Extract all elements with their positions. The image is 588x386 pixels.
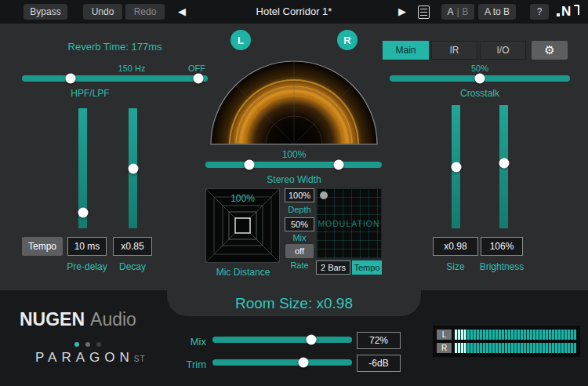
hpf-handle[interactable]	[65, 74, 75, 84]
mix-label: Mix	[161, 336, 206, 348]
size-slider[interactable]	[452, 105, 460, 228]
product-label: PARAGON	[35, 350, 134, 365]
product-suffix: ST	[134, 355, 146, 363]
stereo-width-label: Stereo Width	[247, 174, 341, 185]
next-preset-icon[interactable]: ▶	[398, 5, 406, 17]
trim-handle[interactable]	[298, 358, 308, 368]
meter-left-peak	[455, 330, 466, 340]
modulation-pad[interactable]: MODULATION	[316, 188, 382, 259]
mod-depth-value-box[interactable]: 100%	[285, 188, 314, 202]
mic-distance-label: Mic Distance	[204, 267, 282, 278]
logo-letter: N	[561, 3, 571, 20]
predelay-handle[interactable]	[78, 208, 88, 218]
trim-value-box[interactable]: -6dB	[357, 355, 401, 372]
meter-right-peak	[455, 343, 466, 353]
lpf-value-label: OFF	[180, 64, 214, 73]
brand-name-light: Audio	[90, 309, 136, 330]
brightness-value-box[interactable]: 106%	[481, 237, 523, 256]
logo-bracket-icon	[574, 5, 579, 15]
crosstalk-label: Crosstalk	[441, 88, 519, 99]
stereo-width-slider[interactable]	[205, 162, 382, 168]
decay-handle[interactable]	[128, 163, 138, 173]
modulation-handle[interactable]	[320, 191, 328, 199]
stereo-width-value: 100%	[270, 149, 318, 160]
product-name: PARAGONST	[35, 350, 146, 366]
brand-wordmark: NUGENAudio	[20, 309, 136, 330]
reverb-time-readout: Reverb Time: 177ms	[22, 41, 208, 53]
size-value-box[interactable]: x0.98	[433, 237, 478, 256]
mod-rate-button[interactable]: off	[285, 244, 314, 258]
filter-slider[interactable]	[22, 75, 208, 82]
redo-button[interactable]: Redo	[125, 4, 165, 20]
predelay-label: Pre-delay	[58, 261, 116, 272]
modulation-watermark: MODULATION	[317, 219, 381, 228]
trim-label: Trim	[161, 359, 206, 370]
mod-rate-label: Rate	[283, 260, 316, 270]
top-bar: Bypass Undo Redo ◀ Hotel Corridor 1* ▶ A…	[0, 0, 588, 24]
brightness-label: Brightness	[474, 261, 529, 272]
meter-right-label: R	[437, 343, 452, 353]
stereo-width-right-handle[interactable]	[333, 160, 343, 170]
hpf-value-label: 150 Hz	[102, 64, 162, 73]
ab-b-label: B	[463, 6, 469, 17]
undo-button[interactable]: Undo	[83, 4, 122, 20]
crosstalk-slider[interactable]	[390, 75, 570, 82]
crosstalk-handle[interactable]	[475, 74, 485, 84]
tab-io[interactable]: I/O	[480, 41, 526, 60]
preset-list-icon[interactable]	[418, 5, 430, 19]
brand-dots	[74, 336, 107, 350]
predelay-slider[interactable]	[78, 108, 87, 228]
help-button[interactable]: ?	[530, 4, 549, 20]
size-handle[interactable]	[451, 162, 461, 172]
left-channel-button[interactable]: L	[230, 30, 251, 50]
logo-dot-icon	[557, 13, 560, 16]
a-to-b-button[interactable]: A to B	[478, 4, 516, 20]
size-label: Size	[436, 261, 475, 272]
decay-label: Decay	[110, 261, 155, 272]
ab-a-label: A	[447, 6, 453, 17]
mic-distance-value: 100%	[205, 193, 280, 204]
brand-name-bold: NUGEN	[20, 309, 85, 330]
settings-gear-icon[interactable]: ⚙	[532, 41, 568, 60]
meter-right-bar	[455, 343, 576, 353]
mod-sync-bars-button[interactable]: 2 Bars	[316, 260, 350, 275]
ab-separator: |	[456, 6, 459, 17]
brightness-handle[interactable]	[499, 158, 509, 168]
trim-slider[interactable]	[212, 359, 352, 366]
room-size-display: Room Size: x0.98	[167, 290, 421, 316]
prev-preset-icon[interactable]: ◀	[178, 5, 186, 17]
predelay-tempo-button[interactable]: Tempo	[22, 237, 63, 256]
room-size-text: Room Size: x0.98	[235, 295, 353, 312]
level-meter-panel: L R	[433, 326, 580, 357]
decay-value-box[interactable]: x0.85	[113, 237, 152, 256]
decay-slider[interactable]	[129, 108, 137, 228]
predelay-value-box[interactable]: 10 ms	[67, 237, 107, 256]
ab-compare-button[interactable]: A|B	[441, 4, 474, 20]
mix-value-box[interactable]: 72%	[357, 332, 401, 349]
lpf-handle[interactable]	[194, 74, 204, 84]
brightness-slider[interactable]	[499, 105, 508, 228]
mix-slider[interactable]	[212, 337, 352, 343]
meter-left-bar	[455, 330, 576, 340]
tab-main[interactable]: Main	[383, 41, 429, 60]
mod-depth-label: Depth	[281, 205, 318, 214]
mod-sync-tempo-button[interactable]: Tempo	[352, 260, 382, 275]
mod-mix-label: Mix	[285, 233, 314, 242]
reverb-visualizer	[210, 60, 378, 145]
stereo-width-left-handle[interactable]	[245, 160, 255, 170]
tab-ir[interactable]: IR	[431, 41, 477, 60]
filter-label: HPF/LPF	[47, 88, 133, 99]
bypass-button[interactable]: Bypass	[24, 4, 67, 20]
meter-left-label: L	[437, 330, 452, 340]
plugin-window: Bypass Undo Redo ◀ Hotel Corridor 1* ▶ A…	[0, 0, 588, 386]
nugen-logo[interactable]: N	[554, 3, 584, 20]
right-channel-button[interactable]: R	[337, 30, 358, 50]
mod-mix-value-box[interactable]: 50%	[285, 217, 314, 231]
mix-handle[interactable]	[307, 335, 317, 345]
crosstalk-value: 50%	[456, 64, 503, 73]
preset-title: Hotel Corridor 1*	[220, 5, 368, 17]
